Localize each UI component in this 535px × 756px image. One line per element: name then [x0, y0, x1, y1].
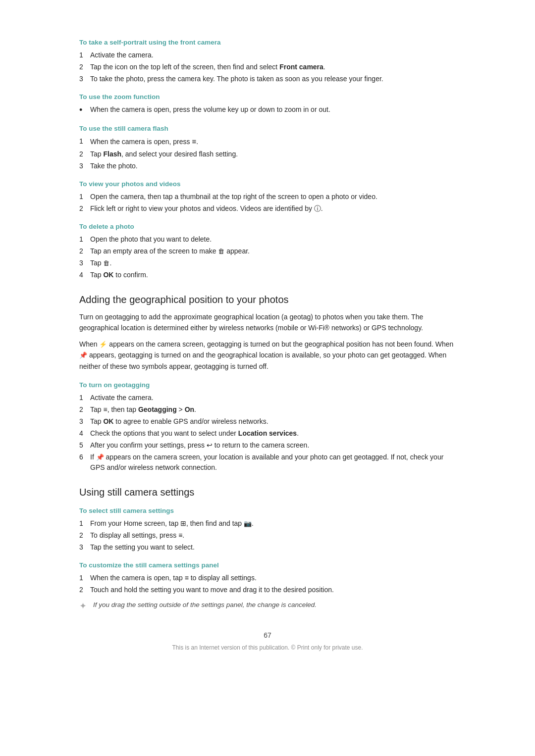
section-zoom-title: To use the zoom function [79, 93, 456, 101]
customize-settings-list: 1When the camera is open, tap ≡ to displ… [79, 573, 456, 595]
list-item: 3Tap the setting you want to select. [79, 542, 456, 553]
list-item: 3To take the photo, press the camera key… [79, 74, 456, 84]
list-item: 2Touch and hold the setting you want to … [79, 585, 456, 595]
geotagging-list: 1Activate the camera. 2Tap ≡, then tap G… [79, 393, 456, 473]
list-item: 1Activate the camera. [79, 50, 456, 60]
self-portrait-list: 1Activate the camera. 2Tap the icon on t… [79, 50, 456, 84]
section-geotagging-title: To turn on geotagging [79, 381, 456, 389]
list-item: 1When the camera is open, press ≡. [79, 136, 456, 148]
view-photos-list: 1Open the camera, then tap a thumbnail a… [79, 192, 456, 214]
select-settings-list: 1From your Home screen, tap ⊞, then find… [79, 518, 456, 553]
list-item: 3Tap 🗑. [79, 258, 456, 268]
list-item: 1From your Home screen, tap ⊞, then find… [79, 518, 456, 529]
footer-text: This is an Internet version of this publ… [79, 644, 456, 651]
list-item: 2Tap Flash, and select your desired flas… [79, 149, 456, 159]
section-view-photos: To view your photos and videos 1Open the… [79, 180, 456, 214]
list-item: 2Tap an empty area of the screen to make… [79, 246, 456, 256]
list-item: 2Tap ≡, then tap Geotagging > On. [79, 404, 456, 415]
list-item: 1Open the camera, then tap a thumbnail a… [79, 192, 456, 202]
section-flash-title: To use the still camera flash [79, 125, 456, 132]
list-item: 4Tap OK to confirm. [79, 270, 456, 280]
tip-text: If you drag the setting outside of the s… [93, 600, 317, 610]
list-item: 5After you confirm your settings, press … [79, 440, 456, 451]
list-item: 1When the camera is open, tap ≡ to displ… [79, 573, 456, 583]
section-select-settings: To select still camera settings 1From yo… [79, 507, 456, 553]
list-item: 2To display all settings, press ≡. [79, 530, 456, 541]
section-self-portrait-title: To take a self-portrait using the front … [79, 39, 456, 46]
list-item: 1Open the photo that you want to delete. [79, 234, 456, 245]
section-customize-settings-title: To customize the still camera settings p… [79, 561, 456, 569]
section-delete-photo-title: To delete a photo [79, 223, 456, 230]
section-flash: To use the still camera flash 1When the … [79, 125, 456, 171]
section-customize-settings: To customize the still camera settings p… [79, 561, 456, 611]
list-item: 3Tap OK to agree to enable GPS and/or wi… [79, 416, 456, 427]
list-item: 2Flick left or right to view your photos… [79, 203, 456, 214]
list-item: •When the camera is open, press the volu… [79, 104, 456, 116]
still-camera-heading: Using still camera settings [79, 487, 456, 498]
page-number: 67 [79, 631, 456, 639]
section-select-settings-title: To select still camera settings [79, 507, 456, 514]
delete-photo-list: 1Open the photo that you want to delete.… [79, 234, 456, 280]
geo-para-2: When ⚡ appears on the camera screen, geo… [79, 339, 456, 372]
list-item: 2Tap the icon on the top left of the scr… [79, 62, 456, 72]
page-content: To take a self-portrait using the front … [79, 0, 456, 691]
list-item: 6If 📌 appears on the camera screen, your… [79, 452, 456, 473]
section-delete-photo: To delete a photo 1Open the photo that y… [79, 223, 456, 280]
section-geo: Adding the geographical position to your… [79, 294, 456, 473]
list-item: 1Activate the camera. [79, 393, 456, 403]
list-item: 4Check the options that you want to sele… [79, 428, 456, 439]
flash-list: 1When the camera is open, press ≡. 2Tap … [79, 136, 456, 171]
geo-heading: Adding the geographical position to your… [79, 294, 456, 305]
section-view-photos-title: To view your photos and videos [79, 180, 456, 188]
section-still-camera: Using still camera settings To select st… [79, 487, 456, 611]
list-item: 3Take the photo. [79, 161, 456, 171]
geo-para-1: Turn on geotagging to add the approximat… [79, 311, 456, 334]
section-zoom: To use the zoom function •When the camer… [79, 93, 456, 116]
section-self-portrait: To take a self-portrait using the front … [79, 39, 456, 84]
zoom-list: •When the camera is open, press the volu… [79, 104, 456, 116]
section-geotagging: To turn on geotagging 1Activate the came… [79, 381, 456, 473]
tip-row: ✦ If you drag the setting outside of the… [79, 600, 456, 611]
tip-icon: ✦ [79, 601, 93, 611]
